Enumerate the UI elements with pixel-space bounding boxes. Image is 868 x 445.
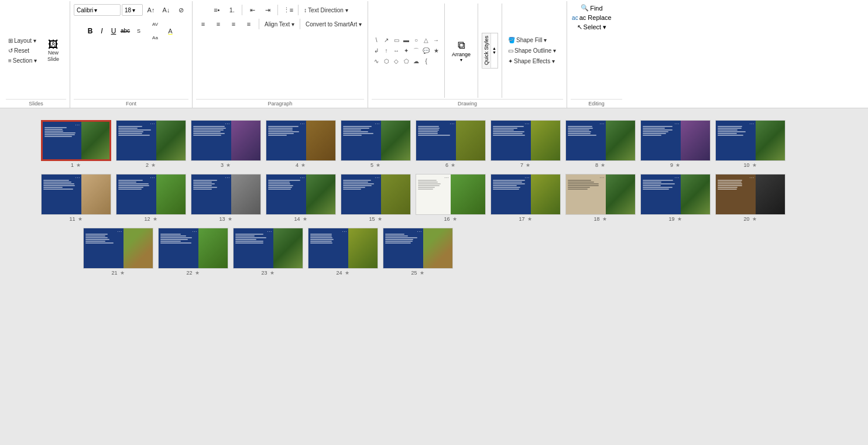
slide-star-11: ★ <box>78 216 83 222</box>
font-name-dropdown[interactable]: Calibri ▾ <box>74 4 121 16</box>
bullets-button[interactable]: ≡• <box>210 4 224 16</box>
drawing-sep3 <box>502 4 502 98</box>
decrease-indent-button[interactable]: ⇤ <box>245 4 259 16</box>
slide-item-25[interactable]: · · ·★25 <box>383 228 453 276</box>
slide-item-21[interactable]: · · ·★21 <box>83 228 153 276</box>
diamond-shape[interactable]: ◇ <box>392 57 401 66</box>
layout-button[interactable]: ⊞ Layout ▾ <box>6 36 39 45</box>
cloud-shape[interactable]: ☁ <box>411 57 421 66</box>
font-shadow-button[interactable]: S <box>132 25 146 37</box>
curve-shape[interactable]: ∿ <box>372 57 381 66</box>
triangle-shape[interactable]: △ <box>421 36 431 45</box>
clear-format-button[interactable]: ⊘ <box>174 4 188 16</box>
convert-smartart-button[interactable]: Convert to SmartArt ▾ <box>303 20 364 29</box>
align-right-button[interactable]: ≡ <box>227 18 241 30</box>
slide-item-4[interactable]: · · ·★4 <box>266 120 336 168</box>
connector-shape[interactable]: ⌒ <box>411 46 421 56</box>
slides-row-2: · · ·★20· · ·★19· · ·★18· · ·★17· · ·★16… <box>83 174 785 222</box>
char-spacing-button[interactable]: AV <box>148 18 162 30</box>
quick-styles-expand[interactable]: ▲▼ <box>490 33 498 67</box>
slide-item-6[interactable]: · · ·★6 <box>416 120 486 168</box>
line-shape[interactable]: \ <box>372 36 381 45</box>
up-arrow-shape[interactable]: ↑ <box>382 46 391 56</box>
bold-button[interactable]: B <box>85 26 95 36</box>
slide-number-row-3: ★3 <box>221 162 231 168</box>
left-right-arrow[interactable]: ↔ <box>392 46 401 56</box>
slide-item-18[interactable]: · · ·★18 <box>565 174 636 222</box>
hexagon-shape[interactable]: ⬡ <box>382 57 391 66</box>
slide-item-9[interactable]: · · ·★9 <box>640 120 711 168</box>
align-left-button[interactable]: ≡ <box>196 18 210 30</box>
slide-item-14[interactable]: · · ·★14 <box>266 174 336 222</box>
right-arrow-shape[interactable]: → <box>431 36 441 45</box>
italic-button[interactable]: I <box>97 26 107 36</box>
round-rect-shape[interactable]: ▬ <box>402 36 411 45</box>
slide-number-row-5: ★5 <box>370 162 380 168</box>
bend-arrow-shape[interactable]: ↲ <box>372 46 381 56</box>
increase-indent-button[interactable]: ⇥ <box>260 4 275 16</box>
slide-item-1[interactable]: · · ·★1 <box>41 120 111 168</box>
slide-star-20: ★ <box>752 216 757 222</box>
font-size-dropdown[interactable]: 18 ▾ <box>122 4 143 16</box>
slide-item-10[interactable]: · · ·★10 <box>715 120 785 168</box>
rect-shape[interactable]: ▭ <box>392 36 401 45</box>
star-shape[interactable]: ★ <box>431 46 441 56</box>
align-text-button[interactable]: Align Text ▾ <box>262 20 297 29</box>
shape-fill-button[interactable]: 🪣 Shape Fill ▾ <box>506 36 558 44</box>
quick-styles-button[interactable]: Quick Styles ▲▼ <box>482 33 498 68</box>
replace-button[interactable]: ac ac Replace <box>571 13 613 22</box>
align-center-button[interactable]: ≡ <box>211 18 225 30</box>
shape-effects-button[interactable]: ✦ Shape Effects ▾ <box>506 57 558 66</box>
slide-number-row-7: ★7 <box>520 162 530 168</box>
shapes-row-2: ↲ ↑ ↔ ✦ ⌒ 💬 ★ <box>372 46 441 56</box>
ribbon: ⊞ Layout ▾ ↺ Reset ≡ Section ▾ 🖼 NewSlid… <box>0 0 868 108</box>
slide-item-13[interactable]: · · ·★13 <box>191 174 261 222</box>
find-button[interactable]: 🔍 Find <box>579 4 603 12</box>
slide-item-23[interactable]: · · ·★23 <box>233 228 303 276</box>
slide-item-8[interactable]: · · ·★8 <box>565 120 636 168</box>
slide-number-row-8: ★8 <box>595 162 605 168</box>
underline-button[interactable]: U <box>108 26 119 36</box>
slides-row-3: · · ·★25· · ·★24· · ·★23· · ·★22· · ·★21 <box>83 228 785 276</box>
justify-button[interactable]: ≡ <box>242 18 256 30</box>
slide-item-19[interactable]: · · ·★19 <box>640 174 711 222</box>
brace-shape[interactable]: { <box>421 57 431 66</box>
slide-item-22[interactable]: · · ·★22 <box>158 228 228 276</box>
new-slide-button[interactable]: 🖼 NewSlide <box>40 38 66 64</box>
slide-thumb-5: · · · <box>341 120 411 161</box>
numbering-button[interactable]: 1. <box>225 4 239 16</box>
slide-item-12[interactable]: · · ·★12 <box>116 174 186 222</box>
slide-star-10: ★ <box>752 162 757 168</box>
slide-item-5[interactable]: · · ·★5 <box>341 120 411 168</box>
slide-item-15[interactable]: · · ·★15 <box>341 174 411 222</box>
slide-star-9: ★ <box>675 162 680 168</box>
slide-item-3[interactable]: · · ·★3 <box>191 120 261 168</box>
slide-item-16[interactable]: · · ·★16 <box>416 174 486 222</box>
callout-shape[interactable]: 💬 <box>421 46 431 56</box>
slide-item-2[interactable]: · · ·★2 <box>116 120 186 168</box>
four-arrow[interactable]: ✦ <box>402 46 411 56</box>
text-direction-button[interactable]: ↕ Text Direction ▾ <box>301 6 350 15</box>
arrow-shape[interactable]: ↗ <box>382 36 391 45</box>
case-button[interactable]: Aa <box>148 31 162 44</box>
columns-button[interactable]: ⋮≡ <box>281 4 295 16</box>
slide-item-17[interactable]: · · ·★17 <box>490 174 561 222</box>
arrange-button[interactable]: ⧉ Arrange ▾ <box>448 37 474 64</box>
reset-button[interactable]: ↺ Reset <box>6 46 32 55</box>
decrease-font-button[interactable]: A↓ <box>159 4 173 16</box>
pentagon-shape[interactable]: ⬠ <box>402 57 411 66</box>
shape-outline-button[interactable]: ▭ Shape Outline ▾ <box>506 46 558 55</box>
slide-item-7[interactable]: · · ·★7 <box>490 120 561 168</box>
ribbon-main: ⊞ Layout ▾ ↺ Reset ≡ Section ▾ 🖼 NewSlid… <box>2 1 866 108</box>
section-button[interactable]: ≡ Section ▾ <box>6 56 39 65</box>
slide-item-20[interactable]: · · ·★20 <box>715 174 785 222</box>
slide-item-11[interactable]: · · ·★11 <box>41 174 111 222</box>
select-button[interactable]: ↖ Select ▾ <box>576 23 608 32</box>
oval-shape[interactable]: ○ <box>411 36 421 45</box>
strikethrough-button[interactable]: abc <box>120 26 131 36</box>
font-color-button[interactable]: A <box>163 25 177 37</box>
slide-star-22: ★ <box>195 270 200 276</box>
increase-font-button[interactable]: A↑ <box>144 4 158 16</box>
slide-item-24[interactable]: · · ·★24 <box>308 228 378 276</box>
slide-thumb-3: · · · <box>191 120 261 161</box>
